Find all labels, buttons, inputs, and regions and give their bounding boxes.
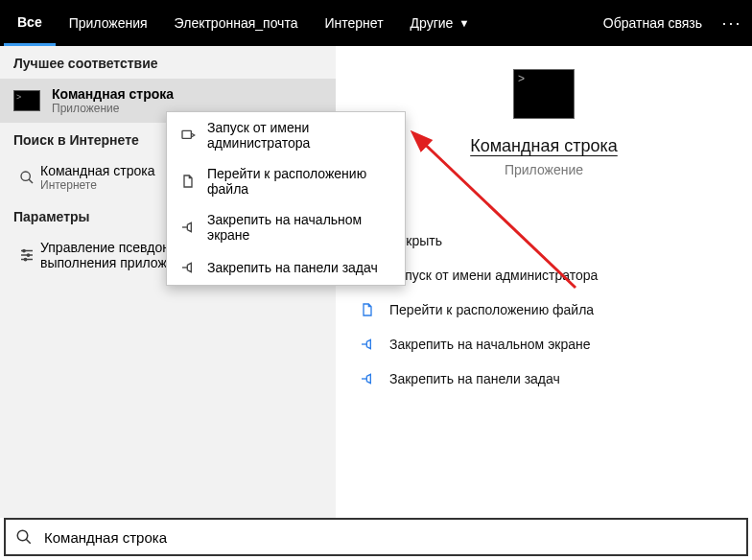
tab-all-label: Все [17,14,42,30]
search-bar[interactable] [4,518,748,556]
action-open-location-label: Перейти к расположению файла [389,302,594,317]
more-icon: ··· [721,13,741,34]
ctx-open-location-label: Перейти к расположению файла [207,166,393,197]
action-pin-start[interactable]: Закрепить на начальном экране [357,327,731,362]
ctx-pin-taskbar[interactable]: Закрепить на панели задач [167,250,405,285]
tab-other-label: Другие [411,15,454,31]
result-subtitle: Приложение [52,102,174,115]
action-open-location[interactable]: Перейти к расположению файла [357,292,731,327]
more-button[interactable]: ··· [716,0,748,46]
svg-point-18 [17,530,28,541]
tab-internet[interactable]: Интернет [311,0,396,46]
ctx-run-admin[interactable]: Запуск от имени администратора [167,112,405,158]
pin-start-icon [178,218,198,237]
command-prompt-icon [13,87,40,114]
action-run-admin-label: Запуск от имени администратора [389,268,598,283]
svg-point-6 [27,254,29,256]
svg-point-7 [24,258,26,260]
folder-icon [178,172,198,191]
ctx-pin-start-label: Закрепить на начальном экране [207,212,393,243]
tab-email-label: Электронная_почта [175,15,298,31]
best-match-header: Лучшее соответствие [0,46,336,79]
pin-taskbar-icon [178,258,198,277]
action-pin-taskbar[interactable]: Закрепить на панели задач [357,362,731,396]
ctx-open-location[interactable]: Перейти к расположению файла [167,158,405,204]
context-menu: Запуск от имени администратора Перейти к… [166,111,406,286]
tabs-bar: Все Приложения Электронная_почта Интерне… [0,0,752,46]
tab-all[interactable]: Все [4,0,56,46]
feedback-link[interactable]: Обратная связь [590,0,716,46]
chevron-down-icon: ▼ [458,17,469,29]
tab-apps[interactable]: Приложения [56,0,161,46]
tab-internet-label: Интернет [324,15,383,31]
preview-title[interactable]: Командная строка [470,136,618,156]
ctx-run-admin-label: Запуск от имени администратора [207,120,393,151]
search-input[interactable] [44,529,737,546]
svg-line-1 [29,179,33,183]
tab-email[interactable]: Электронная_почта [161,0,312,46]
ctx-pin-start[interactable]: Закрепить на начальном экране [167,204,405,250]
svg-line-19 [26,539,31,544]
preview-app-icon [513,69,575,119]
web-result-subtitle: Интернете [40,178,154,192]
pin-taskbar-icon [357,368,378,389]
svg-point-0 [21,172,30,180]
tab-other[interactable]: Другие ▼ [397,0,483,46]
action-open[interactable]: Открыть [357,223,731,258]
action-run-admin[interactable]: Запуск от имени администратора [357,258,731,292]
result-title: Командная строка [52,86,174,102]
ctx-pin-taskbar-label: Закрепить на панели задач [207,260,378,275]
svg-rect-13 [182,130,191,138]
feedback-label: Обратная связь [603,15,702,31]
tab-apps-label: Приложения [69,15,148,31]
svg-point-5 [23,249,25,251]
admin-icon [178,126,198,145]
preview-subtitle: Приложение [505,162,583,177]
search-icon [13,164,40,191]
web-result-title: Командная строка [40,163,154,178]
action-pin-taskbar-label: Закрепить на панели задач [389,371,560,386]
actions-list: Открыть Запуск от имени администратора П… [357,223,731,396]
settings-list-icon [13,242,40,268]
folder-icon [357,299,378,320]
search-icon [15,528,33,546]
action-pin-start-label: Закрепить на начальном экране [389,337,591,352]
pin-start-icon [357,334,378,355]
